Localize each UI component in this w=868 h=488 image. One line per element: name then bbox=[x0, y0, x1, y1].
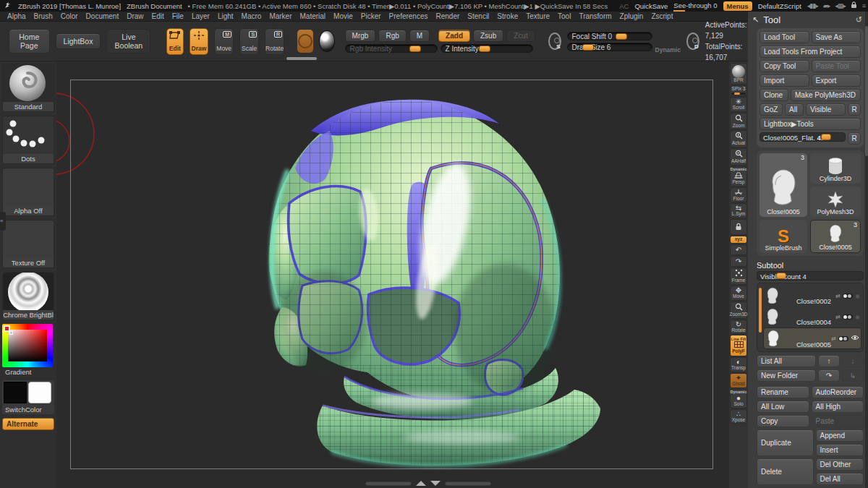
focal-shift-slider[interactable]: Focal Shift 0 bbox=[567, 32, 652, 40]
menu-texture[interactable]: Texture bbox=[526, 12, 550, 20]
zcut-button[interactable]: Zcut bbox=[506, 30, 535, 42]
menu-macro[interactable]: Macro bbox=[242, 12, 262, 20]
ghost-button[interactable]: ✦ Ghost bbox=[730, 373, 747, 388]
del-other-button[interactable]: Del Other bbox=[816, 458, 864, 471]
zoom-button[interactable]: Zoom bbox=[730, 113, 747, 130]
menu-preferences[interactable]: Preferences bbox=[389, 12, 428, 20]
material-preset-icon[interactable]: ▰▸ bbox=[823, 2, 830, 9]
goz-r-button[interactable]: R bbox=[848, 103, 861, 116]
subtool-eye-icon[interactable]: ◉ bbox=[855, 314, 860, 320]
lock-icon[interactable] bbox=[851, 1, 857, 10]
goz-button[interactable]: GoZ bbox=[760, 103, 783, 116]
dynamic-label[interactable]: Dynamic bbox=[655, 46, 681, 53]
menu-material[interactable]: Material bbox=[300, 12, 326, 20]
panel-flip-icon[interactable]: ↖ bbox=[752, 15, 759, 25]
menu-light[interactable]: Light bbox=[218, 12, 234, 20]
subtool-down-button[interactable]: ↓ bbox=[842, 355, 864, 367]
xyz-rotation-button[interactable]: xyz bbox=[730, 236, 747, 244]
rgb-intensity-slider[interactable]: Rgb Intensity bbox=[345, 44, 438, 53]
home-page-button[interactable]: Home Page bbox=[9, 29, 50, 53]
current-material-sphere[interactable] bbox=[319, 30, 334, 52]
palette-config-icon[interactable]: ◂▦▸ bbox=[835, 2, 846, 9]
rename-button[interactable]: Rename bbox=[757, 386, 809, 398]
z-rotation-button[interactable]: ↷ bbox=[730, 256, 747, 267]
menu-alpha[interactable]: Alpha bbox=[7, 12, 26, 20]
local-symmetry-button[interactable]: ⇆ L.Sym bbox=[730, 203, 747, 218]
m-button[interactable]: M bbox=[409, 30, 430, 42]
menu-zplugin[interactable]: Zplugin bbox=[620, 12, 644, 20]
brush-preset-icon[interactable]: ◂▮▮▸ bbox=[807, 2, 818, 9]
close0005-tool[interactable]: 3 Close!0005 bbox=[810, 220, 861, 253]
depth-dial[interactable]: D bbox=[686, 33, 699, 50]
goz-visible-button[interactable]: Visible bbox=[806, 103, 846, 116]
goz-all-button[interactable]: All bbox=[785, 103, 804, 116]
tray-divider-handle[interactable]: « bbox=[0, 212, 6, 231]
move-camera-button[interactable]: ✥ Move bbox=[730, 286, 747, 301]
cylinder3d-tool[interactable]: Cylinder3D bbox=[810, 153, 861, 184]
import-button[interactable]: Import bbox=[760, 74, 809, 87]
menu-movie[interactable]: Movie bbox=[333, 12, 353, 20]
scroll-button[interactable]: ✳ Scroll bbox=[730, 97, 747, 112]
floor-button[interactable]: Floor bbox=[730, 187, 747, 203]
stroke-curve-dial[interactable]: S bbox=[548, 33, 561, 50]
menu-picker[interactable]: Picker bbox=[361, 12, 381, 20]
polymesh3d-tool[interactable]: PolyMesh3D bbox=[810, 187, 861, 217]
make-polymesh3d-button[interactable]: Make PolyMesh3D bbox=[791, 89, 861, 101]
gradient-label[interactable]: Gradient bbox=[2, 367, 54, 377]
live-boolean-button[interactable]: Live Boolean bbox=[106, 29, 150, 53]
current-stroke[interactable]: Dots bbox=[2, 116, 54, 164]
move-out-folder-button[interactable]: ↳ bbox=[842, 369, 864, 382]
current-material[interactable]: Chrome BrightBl bbox=[2, 272, 54, 320]
append-button[interactable]: Append bbox=[816, 429, 864, 442]
new-folder-button[interactable]: New Folder bbox=[757, 369, 816, 382]
z-intensity-slider[interactable]: Z Intensity 25 bbox=[441, 44, 533, 53]
load-tools-from-project-button[interactable]: Load Tools From Project bbox=[760, 46, 861, 58]
zoom3d-button[interactable]: Zoom3D bbox=[730, 301, 747, 319]
menu-marker[interactable]: Marker bbox=[269, 12, 292, 20]
main-color-swatch[interactable] bbox=[4, 382, 27, 403]
active-tool-slider[interactable]: Close!0005_Flat. 41 bbox=[760, 132, 846, 142]
frame-button[interactable]: Frame bbox=[730, 267, 747, 285]
tool-r-button[interactable]: R bbox=[848, 132, 861, 145]
active-tool-thumbnail[interactable]: 3 Close!0005 bbox=[760, 153, 807, 217]
scale-button[interactable]: S Scale bbox=[239, 28, 259, 55]
shelf-scrollbar-thumb[interactable] bbox=[286, 57, 317, 60]
save-as-button[interactable]: Save As bbox=[812, 31, 861, 43]
list-all-button[interactable]: List All bbox=[757, 355, 816, 367]
copy-tool-button[interactable]: Copy Tool bbox=[760, 60, 809, 72]
default-zscript-button[interactable]: DefaultZScript bbox=[758, 2, 801, 10]
current-stroke-swatch[interactable] bbox=[297, 30, 313, 53]
autoreorder-button[interactable]: AutoReorder bbox=[812, 386, 864, 398]
persp-button[interactable]: Dynamic Persp bbox=[730, 166, 747, 187]
menu-file[interactable]: File bbox=[172, 12, 184, 20]
subtool-header[interactable]: Subtool bbox=[757, 261, 864, 270]
subtool-arrow-icon[interactable]: ⇄ bbox=[835, 293, 841, 299]
menu-layer[interactable]: Layer bbox=[192, 12, 210, 20]
y-rotation-button[interactable]: ↶ bbox=[730, 244, 747, 255]
current-texture[interactable]: Texture Off bbox=[2, 220, 54, 268]
menu-tool[interactable]: Tool bbox=[558, 12, 571, 20]
subtool-toggle-icon[interactable] bbox=[843, 294, 853, 299]
scroll-down-icon[interactable] bbox=[430, 481, 441, 486]
menu-zscript[interactable]: Zscript bbox=[651, 12, 673, 20]
menu-brush[interactable]: Brush bbox=[34, 12, 53, 20]
visible-count-slider[interactable]: Visible Count 4 bbox=[757, 271, 864, 281]
draw-button[interactable]: Draw bbox=[190, 28, 209, 55]
current-brush[interactable]: Standard bbox=[2, 64, 54, 112]
load-tool-button[interactable]: Load Tool bbox=[760, 31, 809, 43]
actual-button[interactable]: Actual bbox=[730, 130, 747, 147]
subtool-toggle-icon[interactable] bbox=[838, 336, 848, 341]
switch-color[interactable]: SwitchColor bbox=[2, 380, 54, 414]
panel-scrollbar[interactable] bbox=[865, 12, 868, 488]
menu-color[interactable]: Color bbox=[61, 12, 78, 20]
subtool-arrow-icon[interactable]: ⇄ bbox=[835, 314, 841, 320]
canvas-scroll-control[interactable] bbox=[365, 481, 491, 486]
see-through-slider[interactable]: See-through 0 bbox=[673, 1, 717, 11]
rotate-camera-button[interactable]: ↻ Rotate bbox=[730, 320, 747, 335]
clone-button[interactable]: Clone bbox=[760, 89, 788, 101]
panel-reset-icon[interactable]: ↺ bbox=[856, 15, 862, 25]
paste-subtool-button[interactable]: Paste bbox=[812, 415, 864, 427]
solo-button[interactable]: Dynamic ● Solo bbox=[730, 389, 747, 408]
mrgb-button[interactable]: Mrgb bbox=[345, 30, 376, 42]
rgb-button[interactable]: Rgb bbox=[378, 30, 406, 42]
